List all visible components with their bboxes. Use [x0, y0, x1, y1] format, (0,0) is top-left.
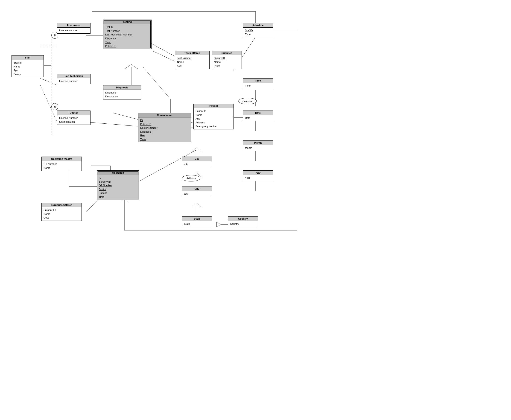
zip-attr-zip: Zip — [184, 162, 210, 166]
state-body: State — [182, 221, 212, 227]
tests-offered-header: Tests offered — [175, 51, 209, 55]
year-entity: Year Year — [243, 170, 273, 181]
testing-attr-patientid: Patient ID — [105, 44, 150, 48]
tests-offered-entity: Tests offered Test Number Name Cost — [175, 51, 210, 69]
svg-line-49 — [192, 203, 197, 207]
operation-attr-otnumber: OT Number — [99, 184, 137, 188]
testing-attr-time: Time — [105, 40, 150, 44]
date-attr-date: Date — [245, 116, 271, 120]
consultation-attr-id: ID — [140, 118, 189, 122]
time-header: Time — [243, 79, 273, 83]
supplies-body: Supply ID Name Price — [212, 55, 241, 69]
patient-body: Patient Id Name Age Address Emergency co… — [194, 108, 233, 129]
op-theatre-header: Operation theatre — [42, 157, 82, 161]
operation-attr-patient: Patient — [99, 191, 137, 195]
time-entity: Time Time — [243, 78, 273, 89]
supplies-entity: Supplies Supply ID Name Price — [212, 51, 242, 69]
state-attr-state: State — [184, 222, 210, 226]
pharmasist-entity: Pharmasist License Number — [57, 23, 90, 34]
svg-line-6 — [150, 43, 175, 56]
patient-attr-age: Age — [195, 117, 232, 121]
svg-line-2 — [40, 78, 57, 85]
testing-attr-testnumber: Test Number — [105, 29, 150, 33]
consultation-attr-doctornumber: Doctor Number — [140, 126, 189, 130]
op-theatre-attr-name: Name — [44, 166, 80, 170]
patient-attr-patientid: Patient Id — [195, 109, 232, 113]
doctor-attr-license: License Number — [59, 116, 88, 120]
surgeries-offered-entity: Surgeries Offered Surgery ID Name Cost — [41, 203, 82, 221]
supplies-attr-supplyid: Supply ID — [214, 56, 240, 60]
lab-tech-body: License Number — [57, 78, 90, 84]
zip-entity: Zip Zip — [182, 157, 212, 167]
operation-attr-id: ID — [99, 176, 137, 180]
testing-attr-testid: Test ID — [105, 25, 150, 29]
supplies-attr-price: Price — [214, 64, 240, 68]
svg-line-9 — [131, 64, 138, 69]
tests-offered-attr-name: Name — [177, 60, 208, 64]
tests-offered-attr-cost: Cost — [177, 64, 208, 68]
testing-attr-labtech: Lab Technician Number — [105, 33, 150, 37]
schedule-attr-staffid: StaffID — [245, 29, 271, 32]
doctor-body: License Number Specialization — [57, 115, 90, 125]
consultation-attr-fee: Fee — [140, 134, 189, 137]
schedule-header: Schedule — [243, 23, 273, 28]
operation-attr-time: Time — [99, 195, 137, 199]
op-theatre-body: OT Number Name — [42, 161, 82, 171]
staff-attr-age: Age — [14, 68, 42, 72]
consultation-entity: Consultation ID Patient ID Doctor Number… — [138, 113, 191, 142]
time-attr-time: Time — [245, 84, 271, 88]
svg-line-50 — [197, 203, 202, 207]
country-entity: Country Country — [228, 217, 258, 227]
supplies-header: Supplies — [212, 51, 241, 55]
testing-attr-diagnosis: Diagnosis — [105, 37, 150, 41]
calendar-oval: Calendar — [238, 98, 257, 104]
staff-attr-salary: Salary — [14, 72, 42, 76]
staff-attr-name: Name — [14, 65, 42, 69]
diagnosis-entity: Diagnosis Diagnosis Description — [103, 85, 141, 99]
svg-line-8 — [124, 64, 131, 69]
testing-body: Test ID Test Number Lab Technician Numbe… — [103, 24, 151, 49]
diagnosis-body: Diagnosis Description — [103, 90, 141, 99]
operation-header: Operation — [97, 171, 139, 175]
date-body: Date — [243, 115, 273, 121]
surgeries-offered-attr-cost: Cost — [44, 216, 80, 220]
schedule-attr-time: Time — [245, 32, 271, 36]
schedule-body: StaffID Time — [243, 28, 273, 37]
patient-entity: Patient Patient Id Name Age Address Emer… — [193, 104, 234, 129]
patient-attr-name: Name — [195, 113, 232, 117]
diagnosis-attr-diag: Diagnosis — [105, 91, 139, 95]
patient-header: Patient — [194, 104, 233, 108]
state-entity: State State — [182, 217, 212, 227]
pharmasist-header: Pharmasist — [57, 23, 90, 28]
svg-line-39 — [192, 147, 197, 152]
er-diagram: Staff Staff Id Name Age Salary ⊗ ⊗ Pharm… — [0, 0, 511, 420]
date-header: Date — [243, 111, 273, 115]
state-header: State — [182, 217, 212, 221]
city-body: City — [182, 191, 212, 197]
staff-body: Staff Id Name Age Salary — [12, 60, 44, 77]
consultation-attr-time: Time — [140, 137, 189, 141]
diagnosis-attr-desc: Description — [105, 95, 139, 98]
operation-body: ID Surgery ID OT Number Doctor Patient T… — [97, 175, 139, 200]
year-attr-year: Year — [245, 176, 271, 180]
year-body: Year — [243, 175, 273, 181]
svg-line-16 — [143, 67, 170, 99]
month-header: Month — [243, 141, 273, 145]
tests-offered-attr-number: Test Number — [177, 56, 208, 60]
schedule-entity: Schedule StaffID Time — [243, 23, 273, 37]
month-entity: Month Month — [243, 141, 273, 151]
country-attr-country: Country — [230, 222, 256, 226]
year-header: Year — [243, 171, 273, 175]
svg-line-40 — [197, 147, 202, 152]
operation-attr-surgeryid: Surgery ID — [99, 180, 137, 184]
operation-entity: Operation ID Surgery ID OT Number Doctor… — [97, 170, 139, 200]
consultation-attr-patientid: Patient ID — [140, 122, 189, 126]
lab-tech-header: Lab Technician — [57, 74, 90, 78]
surgeries-offered-body: Surgery ID Name Cost — [42, 207, 82, 221]
surgeries-offered-attr-name: Name — [44, 212, 80, 216]
staff-header: Staff — [12, 55, 44, 60]
doctor-attr-spec: Specialization — [59, 120, 88, 124]
doctor-entity: Doctor License Number Specialization — [57, 111, 90, 125]
city-attr-city: City — [184, 192, 210, 196]
surgeries-offered-header: Surgeries Offered — [42, 203, 82, 207]
